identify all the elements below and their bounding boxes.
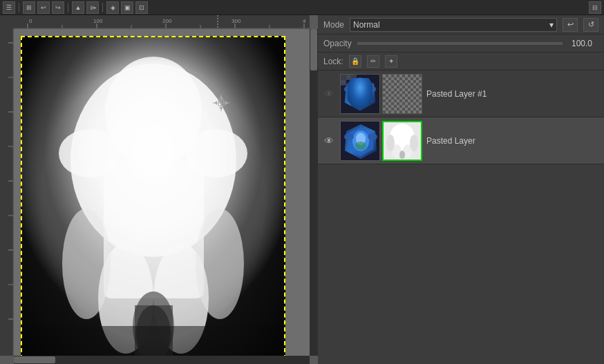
ruler-corner xyxy=(0,15,14,29)
svg-text:200: 200 xyxy=(162,18,172,24)
armor-svg-2 xyxy=(341,122,380,161)
transform-icon[interactable]: ◈ xyxy=(106,1,119,14)
canvas-viewport[interactable] xyxy=(14,29,310,356)
layer-1-mask-thumb[interactable] xyxy=(382,74,422,114)
layer-2-mask-thumb[interactable] xyxy=(382,121,422,161)
layer-1-visibility[interactable]: 👁 xyxy=(322,88,336,99)
svg-rect-52 xyxy=(346,75,352,80)
svg-point-61 xyxy=(355,94,365,102)
close-icon[interactable]: ⊟ xyxy=(589,1,601,14)
lock-label: Lock: xyxy=(323,57,343,66)
layer-2-thumbnails xyxy=(340,121,422,161)
layer-1-name: Pasted Layer #1 xyxy=(426,89,600,99)
ruler-h-svg: 0 100 200 300 4 xyxy=(14,15,310,29)
mode-select[interactable]: Normal ▾ xyxy=(350,18,557,32)
layer-item[interactable]: 👁 xyxy=(318,70,604,117)
move-icon[interactable]: ▲ xyxy=(72,1,84,14)
top-toolbar: ☰ ⊞ ↩ ↪ ▲ ⌲ ◈ ▣ ⊡ ⊟ xyxy=(0,0,604,15)
scrollbar-h-thumb[interactable] xyxy=(14,356,55,363)
ruler-horizontal: 0 100 200 300 4 xyxy=(14,15,310,29)
canvas-artwork-svg xyxy=(21,36,285,356)
svg-text:4: 4 xyxy=(303,18,306,24)
scrollbar-vertical[interactable] xyxy=(310,29,318,356)
layer-1-armor-thumbnail xyxy=(341,75,379,113)
ruler-v-svg xyxy=(0,29,14,356)
redo-icon[interactable]: ↪ xyxy=(52,1,64,14)
svg-point-76 xyxy=(410,135,418,151)
layer-1-main-thumb[interactable] xyxy=(340,74,380,114)
layer-2-name: Pasted Layer xyxy=(426,136,600,146)
select-icon[interactable]: ⌲ xyxy=(86,1,99,14)
opacity-slider[interactable] xyxy=(357,42,563,45)
armor-svg-1 xyxy=(341,74,379,114)
opacity-value: 100.0 xyxy=(568,39,592,48)
lock-move-btn[interactable]: ✦ xyxy=(385,55,397,68)
svg-rect-53 xyxy=(351,75,357,80)
layers-icon[interactable]: ⊞ xyxy=(23,1,35,14)
svg-point-75 xyxy=(386,135,395,151)
canvas-panel: 0 100 200 300 4 xyxy=(0,15,318,364)
eye-icon: 👁 xyxy=(324,135,334,146)
toolbar-sep-3 xyxy=(102,3,103,12)
svg-marker-56 xyxy=(348,79,373,108)
lock-row: Lock: 🔒 ✏ ✦ xyxy=(318,52,604,70)
mode-value: Normal xyxy=(353,20,380,30)
lock-paint-btn[interactable]: ✏ xyxy=(367,55,379,68)
main-area: 0 100 200 300 4 xyxy=(0,15,604,364)
checker-1 xyxy=(383,75,422,113)
mode-row: Mode Normal ▾ ↩ ↺ xyxy=(318,15,604,35)
eye-icon-hidden: 👁 xyxy=(324,88,334,99)
layers-area[interactable]: 👁 xyxy=(318,70,604,364)
paint-icon[interactable]: ⊡ xyxy=(135,1,148,14)
svg-text:0: 0 xyxy=(29,18,32,24)
layer-2-main-thumb[interactable] xyxy=(340,121,380,161)
svg-point-58 xyxy=(355,85,365,97)
undo-button[interactable]: ↩ xyxy=(563,18,578,32)
svg-point-67 xyxy=(344,133,354,140)
svg-point-57 xyxy=(352,83,368,103)
svg-text:100: 100 xyxy=(93,18,103,24)
menu-icon[interactable]: ☰ xyxy=(3,1,15,14)
svg-point-77 xyxy=(399,151,405,159)
opacity-row: Opacity 100.0 xyxy=(318,35,604,52)
crop-icon[interactable]: ▣ xyxy=(121,1,133,14)
ruler-vertical xyxy=(0,29,14,356)
svg-point-60 xyxy=(367,86,377,93)
canvas-content xyxy=(21,36,285,356)
layer-item-active[interactable]: 👁 xyxy=(318,117,604,164)
redo-button[interactable]: ↺ xyxy=(583,18,598,32)
mode-label: Mode xyxy=(323,20,344,30)
svg-rect-42 xyxy=(21,36,285,356)
scrollbar-v-thumb[interactable] xyxy=(310,29,317,70)
toolbar-sep-2 xyxy=(68,3,68,12)
svg-point-68 xyxy=(368,133,377,140)
mask-bg xyxy=(384,122,421,160)
lock-pixels-btn[interactable]: 🔒 xyxy=(349,55,361,68)
svg-text:300: 300 xyxy=(232,18,241,24)
svg-rect-51 xyxy=(341,75,346,80)
layer-1-thumbnails xyxy=(340,74,422,114)
svg-rect-54 xyxy=(341,79,346,85)
svg-point-59 xyxy=(344,86,354,93)
layer-2-visibility[interactable]: 👁 xyxy=(322,135,336,146)
svg-point-69 xyxy=(355,142,366,150)
mask-svg xyxy=(384,122,421,160)
opacity-label: Opacity xyxy=(323,39,352,48)
right-panel: Mode Normal ▾ ↩ ↺ Opacity 100.0 Lock: 🔒 … xyxy=(318,15,604,364)
scrollbar-horizontal[interactable] xyxy=(14,356,310,364)
mode-dropdown-icon: ▾ xyxy=(549,20,554,30)
toolbar-icons: ☰ ⊞ ↩ ↪ ▲ ⌲ ◈ ▣ ⊡ xyxy=(3,1,148,14)
toolbar-sep-1 xyxy=(19,3,19,12)
undo-icon[interactable]: ↩ xyxy=(37,1,50,14)
